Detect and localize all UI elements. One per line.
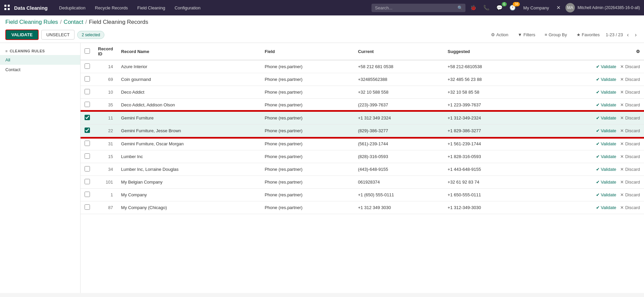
discard-row-button[interactable]: ✕ Discard: [620, 192, 640, 197]
table-row: 87My Company (Chicago)Phone (res.partner…: [81, 201, 644, 214]
validate-row-button[interactable]: ✔ Validate: [596, 115, 616, 120]
row-checkbox[interactable]: [85, 102, 90, 107]
table-row: 14Azure InteriorPhone (res.partner)+58 2…: [81, 60, 644, 73]
discard-row-button[interactable]: ✕ Discard: [620, 180, 640, 185]
validate-row-button[interactable]: ✔ Validate: [596, 141, 616, 146]
unselect-button[interactable]: UNSELECT: [41, 30, 75, 40]
chat-icon-wrap[interactable]: 💬6: [494, 5, 505, 11]
validate-row-button[interactable]: ✔ Validate: [596, 154, 616, 159]
cell-suggested: +1 828-316-0593: [444, 150, 530, 163]
cell-record-name: Azure Interior: [117, 60, 261, 73]
validate-button[interactable]: VALIDATE: [5, 30, 39, 40]
select-all-checkbox[interactable]: [85, 48, 90, 54]
discard-row-button[interactable]: ✕ Discard: [620, 77, 640, 82]
cell-record-id: 1: [94, 189, 117, 201]
settings-icon[interactable]: ✕: [554, 5, 563, 11]
validate-row-button[interactable]: ✔ Validate: [596, 128, 616, 133]
groupby-button[interactable]: ≡ Group By: [541, 31, 571, 39]
app-name: Data Cleaning: [14, 5, 48, 11]
cell-suggested: +1 312-349-3030: [444, 201, 530, 214]
row-checkbox[interactable]: [85, 192, 90, 197]
breadcrumb-field-cleaning-rules[interactable]: Field Cleaning Rules: [5, 19, 58, 26]
bug-icon[interactable]: 🐞: [468, 5, 479, 11]
nav-deduplication[interactable]: Deduplication: [56, 0, 89, 15]
favorites-button[interactable]: ★ Favorites: [573, 31, 603, 39]
cell-actions: ✔ Validate✕ Discard: [530, 176, 644, 189]
table-body: 14Azure InteriorPhone (res.partner)+58 2…: [81, 60, 644, 214]
row-checkbox[interactable]: [85, 204, 90, 210]
select-all-col: [81, 43, 94, 60]
discard-row-button[interactable]: ✕ Discard: [620, 115, 640, 120]
breadcrumb-contact[interactable]: Contact: [64, 19, 84, 26]
cell-current: +1 312 349 3030: [354, 201, 444, 214]
cell-record-name: Gemini Furniture: [117, 111, 261, 125]
app-grid-icon[interactable]: [4, 4, 10, 11]
validate-row-button[interactable]: ✔ Validate: [596, 64, 616, 69]
next-page-button[interactable]: ›: [633, 31, 639, 39]
sidebar-item-contact[interactable]: Contact: [0, 65, 80, 75]
cell-record-id: 10: [94, 86, 117, 99]
action-button[interactable]: ⚙ Action: [488, 31, 512, 39]
cell-record-name: Lumber Inc: [117, 150, 261, 163]
discard-row-button[interactable]: ✕ Discard: [620, 167, 640, 172]
cell-current: (561)-239-1744: [354, 137, 444, 150]
discard-row-button[interactable]: ✕ Discard: [620, 128, 640, 133]
pagination: 1-23 / 23 ‹ ›: [606, 31, 639, 39]
discard-row-button[interactable]: ✕ Discard: [620, 102, 640, 107]
cell-record-id: 14: [94, 60, 117, 73]
cell-field: Phone (res.partner): [261, 176, 354, 189]
row-checkbox[interactable]: [85, 141, 90, 146]
filter-icon: ▼: [518, 32, 522, 37]
nav-field-cleaning[interactable]: Field Cleaning: [134, 0, 168, 15]
row-checkbox[interactable]: [85, 166, 90, 171]
validate-row-button[interactable]: ✔ Validate: [596, 180, 616, 185]
row-checkbox[interactable]: [85, 128, 90, 133]
cell-suggested: +32 485 56 23 88: [444, 73, 530, 86]
discard-row-button[interactable]: ✕ Discard: [620, 90, 640, 95]
cell-current: +58 212 681 0538: [354, 60, 444, 73]
row-checkbox[interactable]: [85, 115, 90, 120]
row-checkbox[interactable]: [85, 63, 90, 69]
cell-actions: ✔ Validate✕ Discard: [530, 150, 644, 163]
validate-row-button[interactable]: ✔ Validate: [596, 102, 616, 107]
cell-field: Phone (res.partner): [261, 86, 354, 99]
row-checkbox[interactable]: [85, 89, 90, 94]
validate-row-button[interactable]: ✔ Validate: [596, 77, 616, 82]
discard-row-button[interactable]: ✕ Discard: [620, 205, 640, 210]
discard-row-button[interactable]: ✕ Discard: [620, 154, 640, 159]
cell-suggested: +1 561-239-1744: [444, 137, 530, 150]
table-row: 10Deco AddictPhone (res.partner)+32 10 5…: [81, 86, 644, 99]
cell-current: (829)-386-3277: [354, 125, 444, 138]
column-settings-icon[interactable]: ⚙: [636, 49, 640, 54]
discard-row-button[interactable]: ✕ Discard: [620, 141, 640, 146]
cell-record-name: My Company: [117, 189, 261, 201]
cell-suggested: +1 829-386-3277: [444, 125, 530, 138]
validate-row-button[interactable]: ✔ Validate: [596, 192, 616, 197]
phone-icon[interactable]: 📞: [481, 5, 492, 11]
row-checkbox[interactable]: [85, 179, 90, 184]
cell-field: Phone (res.partner): [261, 125, 354, 138]
clock-icon-wrap[interactable]: 🕐38: [507, 5, 518, 11]
search-icon[interactable]: 🔍: [457, 5, 463, 10]
selected-badge: 2 selected: [77, 31, 104, 39]
cell-actions: ✔ Validate✕ Discard: [530, 125, 644, 138]
validate-row-button[interactable]: ✔ Validate: [596, 90, 616, 95]
nav-recycle-records[interactable]: Recycle Records: [92, 0, 131, 15]
cell-current: +32 10 588 558: [354, 86, 444, 99]
row-checkbox[interactable]: [85, 76, 90, 82]
validate-row-button[interactable]: ✔ Validate: [596, 167, 616, 172]
toolbar: VALIDATE UNSELECT 2 selected ⚙ Action ▼ …: [5, 28, 639, 43]
cell-field: Phone (res.partner): [261, 73, 354, 86]
validate-row-button[interactable]: ✔ Validate: [596, 205, 616, 210]
row-checkbox[interactable]: [85, 153, 90, 159]
prev-page-button[interactable]: ‹: [625, 31, 631, 39]
cell-record-id: 69: [94, 73, 117, 86]
discard-row-button[interactable]: ✕ Discard: [620, 64, 640, 69]
cell-record-id: 34: [94, 163, 117, 176]
filters-button[interactable]: ▼ Filters: [514, 31, 539, 39]
search-input[interactable]: [371, 4, 465, 12]
table-row: 15Lumber IncPhone (res.partner)(828)-316…: [81, 150, 644, 163]
user-name: Mitchell Admin (20264385-16-0-all): [578, 5, 640, 10]
sidebar-item-all[interactable]: All: [0, 55, 80, 65]
nav-configuration[interactable]: Configuration: [171, 0, 204, 15]
